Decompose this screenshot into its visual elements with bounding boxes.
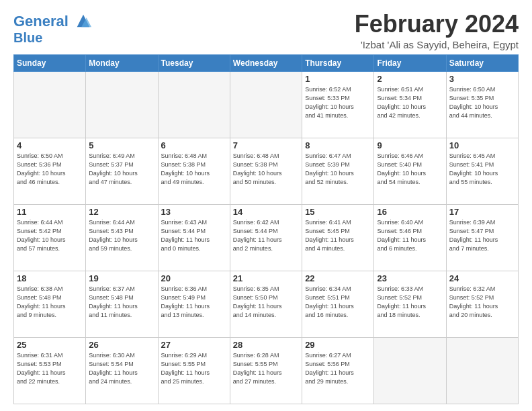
day-number: 17 (449, 207, 515, 217)
day-info: Sunrise: 6:48 AM Sunset: 5:38 PM Dayligh… (161, 152, 227, 187)
weekday-header-sunday: Sunday (14, 54, 86, 71)
calendar-cell: 3Sunrise: 6:50 AM Sunset: 5:35 PM Daylig… (446, 71, 518, 138)
day-number: 9 (377, 140, 443, 150)
logo-general: General (13, 13, 69, 30)
weekday-header-friday: Friday (374, 54, 446, 71)
page: General Blue February 2024 'Izbat 'Ali a… (0, 0, 532, 411)
calendar-cell (230, 71, 302, 138)
calendar-cell: 14Sunrise: 6:42 AM Sunset: 5:44 PM Dayli… (230, 204, 302, 271)
weekday-header-wednesday: Wednesday (230, 54, 302, 71)
weekday-header-monday: Monday (86, 54, 158, 71)
day-number: 16 (377, 207, 443, 217)
day-number: 8 (305, 140, 371, 150)
calendar-cell: 19Sunrise: 6:37 AM Sunset: 5:48 PM Dayli… (86, 271, 158, 337)
day-info: Sunrise: 6:38 AM Sunset: 5:48 PM Dayligh… (17, 285, 83, 320)
calendar-cell: 8Sunrise: 6:47 AM Sunset: 5:39 PM Daylig… (302, 138, 374, 204)
day-info: Sunrise: 6:33 AM Sunset: 5:52 PM Dayligh… (377, 285, 443, 320)
day-number: 26 (89, 340, 154, 350)
calendar-cell: 9Sunrise: 6:46 AM Sunset: 5:40 PM Daylig… (374, 138, 446, 204)
day-info: Sunrise: 6:37 AM Sunset: 5:48 PM Dayligh… (89, 285, 154, 320)
calendar-cell: 7Sunrise: 6:48 AM Sunset: 5:38 PM Daylig… (230, 138, 302, 204)
day-number: 6 (161, 140, 227, 150)
day-number: 19 (89, 273, 154, 283)
weekday-header-tuesday: Tuesday (158, 54, 230, 71)
day-info: Sunrise: 6:44 AM Sunset: 5:43 PM Dayligh… (89, 218, 154, 253)
day-info: Sunrise: 6:42 AM Sunset: 5:44 PM Dayligh… (233, 218, 299, 253)
calendar-cell (158, 71, 230, 138)
logo-text: General (13, 13, 93, 30)
day-info: Sunrise: 6:28 AM Sunset: 5:55 PM Dayligh… (233, 351, 299, 386)
day-number: 10 (449, 140, 515, 150)
day-number: 4 (17, 140, 83, 150)
day-number: 24 (449, 273, 515, 283)
logo-blue: Blue (13, 30, 93, 45)
calendar-cell: 13Sunrise: 6:43 AM Sunset: 5:44 PM Dayli… (158, 204, 230, 271)
day-number: 1 (305, 74, 371, 84)
calendar-cell: 27Sunrise: 6:29 AM Sunset: 5:55 PM Dayli… (158, 337, 230, 404)
day-number: 28 (233, 340, 299, 350)
calendar-cell: 17Sunrise: 6:39 AM Sunset: 5:47 PM Dayli… (446, 204, 518, 271)
day-info: Sunrise: 6:34 AM Sunset: 5:51 PM Dayligh… (305, 285, 371, 320)
calendar-cell: 1Sunrise: 6:52 AM Sunset: 5:33 PM Daylig… (302, 71, 374, 138)
day-info: Sunrise: 6:45 AM Sunset: 5:41 PM Dayligh… (449, 152, 515, 187)
calendar-cell: 15Sunrise: 6:41 AM Sunset: 5:45 PM Dayli… (302, 204, 374, 271)
calendar-cell: 11Sunrise: 6:44 AM Sunset: 5:42 PM Dayli… (14, 204, 86, 271)
day-info: Sunrise: 6:43 AM Sunset: 5:44 PM Dayligh… (161, 218, 227, 253)
day-number: 13 (161, 207, 227, 217)
day-info: Sunrise: 6:27 AM Sunset: 5:56 PM Dayligh… (305, 351, 371, 386)
calendar-cell (374, 337, 446, 404)
day-info: Sunrise: 6:49 AM Sunset: 5:37 PM Dayligh… (89, 152, 154, 187)
day-info: Sunrise: 6:48 AM Sunset: 5:38 PM Dayligh… (233, 152, 299, 187)
day-number: 25 (17, 340, 83, 350)
day-number: 29 (305, 340, 371, 350)
logo-icon (74, 11, 93, 30)
calendar-cell (446, 337, 518, 404)
calendar-cell: 18Sunrise: 6:38 AM Sunset: 5:48 PM Dayli… (14, 271, 86, 337)
calendar-cell: 26Sunrise: 6:30 AM Sunset: 5:54 PM Dayli… (86, 337, 158, 404)
day-number: 22 (305, 273, 371, 283)
calendar-cell: 22Sunrise: 6:34 AM Sunset: 5:51 PM Dayli… (302, 271, 374, 337)
day-number: 2 (377, 74, 443, 84)
day-info: Sunrise: 6:44 AM Sunset: 5:42 PM Dayligh… (17, 218, 83, 253)
day-number: 3 (449, 74, 515, 84)
calendar-cell: 29Sunrise: 6:27 AM Sunset: 5:56 PM Dayli… (302, 337, 374, 404)
day-info: Sunrise: 6:32 AM Sunset: 5:52 PM Dayligh… (449, 285, 515, 320)
day-number: 14 (233, 207, 299, 217)
day-info: Sunrise: 6:46 AM Sunset: 5:40 PM Dayligh… (377, 152, 443, 187)
calendar-cell: 23Sunrise: 6:33 AM Sunset: 5:52 PM Dayli… (374, 271, 446, 337)
day-number: 11 (17, 207, 83, 217)
day-info: Sunrise: 6:30 AM Sunset: 5:54 PM Dayligh… (89, 351, 154, 386)
title-block: February 2024 'Izbat 'Ali as Sayyid, Beh… (355, 11, 519, 50)
month-title: February 2024 (355, 11, 519, 38)
calendar-cell: 4Sunrise: 6:50 AM Sunset: 5:36 PM Daylig… (14, 138, 86, 204)
calendar-cell: 24Sunrise: 6:32 AM Sunset: 5:52 PM Dayli… (446, 271, 518, 337)
day-number: 20 (161, 273, 227, 283)
location-title: 'Izbat 'Ali as Sayyid, Beheira, Egypt (355, 39, 519, 50)
calendar-table: SundayMondayTuesdayWednesdayThursdayFrid… (13, 54, 519, 404)
calendar-cell: 5Sunrise: 6:49 AM Sunset: 5:37 PM Daylig… (86, 138, 158, 204)
day-info: Sunrise: 6:40 AM Sunset: 5:46 PM Dayligh… (377, 218, 443, 253)
calendar-cell (14, 71, 86, 138)
calendar-cell (86, 71, 158, 138)
calendar-cell: 25Sunrise: 6:31 AM Sunset: 5:53 PM Dayli… (14, 337, 86, 404)
day-number: 23 (377, 273, 443, 283)
calendar-cell: 28Sunrise: 6:28 AM Sunset: 5:55 PM Dayli… (230, 337, 302, 404)
day-info: Sunrise: 6:35 AM Sunset: 5:50 PM Dayligh… (233, 285, 299, 320)
day-number: 5 (89, 140, 154, 150)
day-info: Sunrise: 6:31 AM Sunset: 5:53 PM Dayligh… (17, 351, 83, 386)
calendar-cell: 6Sunrise: 6:48 AM Sunset: 5:38 PM Daylig… (158, 138, 230, 204)
day-number: 18 (17, 273, 83, 283)
day-info: Sunrise: 6:36 AM Sunset: 5:49 PM Dayligh… (161, 285, 227, 320)
day-info: Sunrise: 6:52 AM Sunset: 5:33 PM Dayligh… (305, 85, 371, 120)
calendar-cell: 20Sunrise: 6:36 AM Sunset: 5:49 PM Dayli… (158, 271, 230, 337)
day-number: 12 (89, 207, 154, 217)
weekday-header-saturday: Saturday (446, 54, 518, 71)
day-info: Sunrise: 6:50 AM Sunset: 5:35 PM Dayligh… (449, 85, 515, 120)
calendar-cell: 21Sunrise: 6:35 AM Sunset: 5:50 PM Dayli… (230, 271, 302, 337)
day-info: Sunrise: 6:50 AM Sunset: 5:36 PM Dayligh… (17, 152, 83, 187)
header: General Blue February 2024 'Izbat 'Ali a… (13, 11, 519, 50)
calendar-cell: 12Sunrise: 6:44 AM Sunset: 5:43 PM Dayli… (86, 204, 158, 271)
day-info: Sunrise: 6:51 AM Sunset: 5:34 PM Dayligh… (377, 85, 443, 120)
day-info: Sunrise: 6:47 AM Sunset: 5:39 PM Dayligh… (305, 152, 371, 187)
day-number: 7 (233, 140, 299, 150)
